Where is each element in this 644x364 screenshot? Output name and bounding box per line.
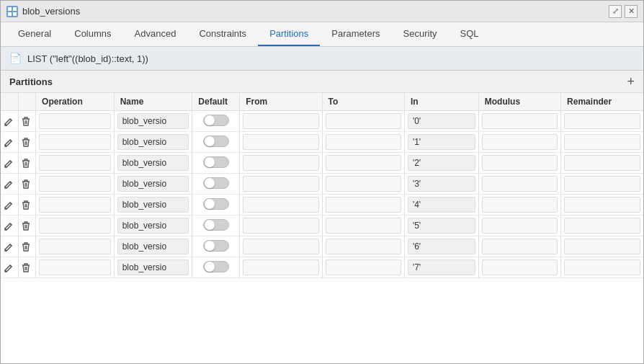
- resize-button[interactable]: ⤢: [609, 5, 622, 18]
- delete-button[interactable]: [20, 115, 32, 128]
- edit-cell: [1, 132, 19, 153]
- table-row: blob_versio'1': [1, 132, 643, 153]
- default-toggle[interactable]: [203, 177, 229, 189]
- title-bar-controls: ⤢ ✕: [609, 5, 638, 18]
- edit-button[interactable]: [2, 136, 14, 148]
- title-bar-left: blob_versions: [6, 6, 80, 17]
- edit-button[interactable]: [2, 199, 14, 211]
- default-toggle[interactable]: [203, 219, 229, 231]
- to-cell: [322, 216, 404, 236]
- delete-button[interactable]: [20, 157, 32, 169]
- from-cell: [240, 111, 322, 132]
- from-cell: [240, 216, 322, 236]
- table-row: blob_versio'3': [1, 174, 643, 195]
- edit-button[interactable]: [2, 220, 14, 232]
- default-toggle[interactable]: [203, 198, 229, 210]
- table-row: blob_versio'2': [1, 153, 643, 174]
- close-button[interactable]: ✕: [625, 5, 638, 18]
- tab-advanced[interactable]: Advanced: [123, 22, 188, 46]
- default-toggle[interactable]: [203, 115, 229, 126]
- partition-header: 📄 LIST ("left"((blob_id)::text, 1)): [1, 47, 643, 71]
- partitions-table: Operation Name Default From To In Modulu…: [1, 93, 643, 278]
- delete-cell: [19, 111, 36, 132]
- to-cell: [322, 236, 404, 257]
- delete-cell: [19, 236, 36, 257]
- delete-cell: [19, 195, 36, 216]
- edit-cell: [1, 195, 19, 216]
- delete-button[interactable]: [20, 241, 32, 253]
- edit-button[interactable]: [2, 115, 14, 128]
- in-cell: '5': [404, 216, 478, 236]
- delete-button[interactable]: [20, 262, 32, 274]
- delete-button[interactable]: [20, 136, 32, 148]
- table-header-row: Operation Name Default From To In Modulu…: [1, 93, 643, 111]
- in-cell: '7': [404, 257, 478, 278]
- edit-cell: [1, 153, 19, 174]
- add-partition-button[interactable]: +: [627, 75, 635, 88]
- col-edit: [1, 93, 19, 111]
- name-cell: blob_versio: [114, 132, 192, 153]
- default-cell: [192, 257, 240, 278]
- table-row: blob_versio'5': [1, 216, 643, 236]
- to-cell: [322, 111, 404, 132]
- col-remainder: Remainder: [561, 93, 643, 111]
- edit-button[interactable]: [2, 157, 14, 169]
- operation-cell: [36, 236, 115, 257]
- tab-parameters[interactable]: Parameters: [320, 22, 391, 46]
- table-row: blob_versio'7': [1, 257, 643, 278]
- col-modulus: Modulus: [478, 93, 560, 111]
- svg-rect-0: [8, 7, 12, 11]
- edit-button[interactable]: [2, 241, 14, 253]
- remainder-cell: [561, 174, 643, 195]
- operation-cell: [36, 132, 115, 153]
- operation-cell: [36, 195, 115, 216]
- default-toggle[interactable]: [203, 136, 229, 147]
- delete-button[interactable]: [20, 220, 32, 232]
- col-to: To: [322, 93, 404, 111]
- delete-cell: [19, 257, 36, 278]
- in-cell: '3': [404, 174, 478, 195]
- name-cell: blob_versio: [114, 111, 192, 132]
- modulus-cell: [478, 195, 560, 216]
- tab-security[interactable]: Security: [392, 22, 449, 46]
- default-cell: [192, 111, 240, 132]
- default-toggle[interactable]: [203, 261, 229, 272]
- to-cell: [322, 257, 404, 278]
- from-cell: [240, 236, 322, 257]
- tab-columns[interactable]: Columns: [63, 22, 122, 46]
- default-toggle[interactable]: [203, 156, 229, 168]
- edit-button[interactable]: [2, 262, 14, 274]
- doc-icon: 📄: [9, 53, 22, 64]
- in-cell: '6': [404, 236, 478, 257]
- svg-rect-2: [8, 12, 12, 16]
- tab-sql[interactable]: SQL: [449, 22, 491, 46]
- operation-cell: [36, 257, 115, 278]
- remainder-cell: [561, 216, 643, 236]
- modulus-cell: [478, 174, 560, 195]
- table-row: blob_versio'0': [1, 111, 643, 132]
- default-cell: [192, 216, 240, 236]
- tab-constraints[interactable]: Constraints: [187, 22, 258, 46]
- in-cell: '4': [404, 195, 478, 216]
- operation-cell: [36, 216, 115, 236]
- to-cell: [322, 195, 404, 216]
- remainder-cell: [561, 132, 643, 153]
- modulus-cell: [478, 257, 560, 278]
- table-row: blob_versio'6': [1, 236, 643, 257]
- col-operation: Operation: [36, 93, 115, 111]
- delete-button[interactable]: [20, 178, 32, 190]
- edit-cell: [1, 111, 19, 132]
- default-toggle[interactable]: [203, 240, 229, 252]
- edit-button[interactable]: [2, 178, 14, 190]
- tab-bar: General Columns Advanced Constraints Par…: [1, 22, 643, 47]
- tab-general[interactable]: General: [6, 22, 63, 46]
- name-cell: blob_versio: [114, 216, 192, 236]
- default-cell: [192, 153, 240, 174]
- delete-cell: [19, 132, 36, 153]
- to-cell: [322, 174, 404, 195]
- tab-partitions[interactable]: Partitions: [258, 22, 320, 46]
- from-cell: [240, 195, 322, 216]
- table-icon: [6, 6, 18, 17]
- delete-button[interactable]: [20, 199, 32, 211]
- from-cell: [240, 257, 322, 278]
